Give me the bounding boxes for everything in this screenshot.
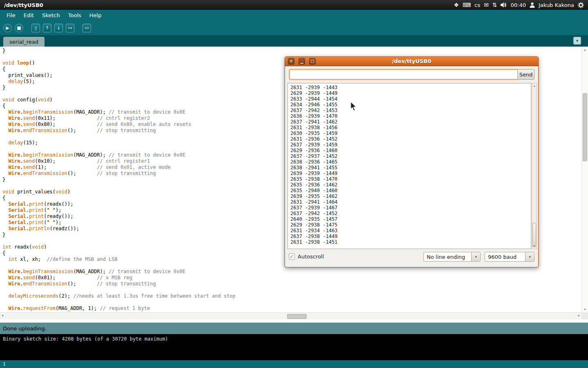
chevron-down-icon[interactable]: ▾ bbox=[471, 252, 480, 261]
stop-button[interactable]: ■ bbox=[15, 24, 23, 32]
clock[interactable]: 00:40 bbox=[510, 2, 526, 8]
menu-item-tools[interactable]: Tools bbox=[64, 11, 85, 20]
upload-button[interactable]: ↦ bbox=[66, 24, 74, 32]
serial-scroll-down-icon[interactable]: ▾ bbox=[532, 245, 537, 248]
menu-item-sketch[interactable]: Sketch bbox=[38, 11, 64, 20]
code-line: } bbox=[2, 48, 581, 54]
save-button[interactable]: ↓ bbox=[54, 24, 63, 32]
scrollbar-corner bbox=[581, 312, 588, 319]
console-output: Binary sketch size: 4208 bytes (of a 307… bbox=[0, 334, 588, 360]
line-indicator-strip: 1 bbox=[0, 360, 588, 368]
tab-label: serial_read bbox=[9, 39, 38, 45]
code-line: Wire.endTransmission(); // stop transmit… bbox=[2, 281, 581, 287]
scroll-up-icon[interactable]: ▴ bbox=[582, 48, 588, 52]
code-line: Wire.requestFrom(MAG_ADDR, 1); // reques… bbox=[2, 305, 581, 312]
console-line: Binary sketch size: 4208 bytes (of a 307… bbox=[3, 336, 168, 342]
menu-item-edit[interactable]: Edit bbox=[20, 11, 38, 20]
code-line: Wire.send(0x01); // x MSB reg bbox=[2, 275, 581, 281]
line-indicator: 1 bbox=[3, 361, 6, 367]
scroll-down-icon[interactable]: ▾ bbox=[582, 307, 588, 311]
line-ending-dropdown[interactable]: No line ending ▾ bbox=[423, 252, 481, 262]
scroll-left-icon[interactable]: ◂ bbox=[2, 314, 3, 317]
user-icon[interactable] bbox=[530, 2, 535, 8]
send-button[interactable]: Send bbox=[517, 69, 535, 80]
maximize-button[interactable]: □ bbox=[309, 58, 316, 65]
focused-window-title: /dev/ttyUSB0 bbox=[4, 2, 43, 8]
editor-hscroll-thumb[interactable] bbox=[287, 314, 307, 319]
code-line bbox=[2, 299, 581, 305]
minimize-icon: ▁ bbox=[300, 59, 303, 63]
keyboard-layout-label[interactable]: cs bbox=[474, 2, 480, 8]
close-icon: × bbox=[290, 59, 293, 63]
system-tray: ❖ ⌨ cs ✉ ⇅ 00:40 Jakub Kakona bbox=[454, 2, 584, 8]
scroll-right-icon[interactable]: ▸ bbox=[578, 314, 580, 317]
menu-item-file[interactable]: File bbox=[2, 11, 20, 20]
code-line bbox=[2, 287, 581, 293]
editor-horizontal-scrollbar[interactable]: ◂ ▸ bbox=[0, 312, 581, 319]
serial-output-text: 2631 -2939 -1443 2629 -2939 -1449 2633 -… bbox=[288, 83, 531, 246]
autoscroll-checkbox[interactable]: ✓ bbox=[289, 254, 295, 260]
serial-monitor-window: × ▁ □ /dev/ttyUSB0 Send 2631 -2939 -1443… bbox=[285, 56, 539, 267]
line-ending-value: No line ending bbox=[424, 254, 471, 260]
user-name[interactable]: Jakub Kakona bbox=[539, 2, 574, 8]
autoscroll-label: Autoscroll bbox=[298, 254, 324, 260]
tab-serial-read[interactable]: serial_read bbox=[3, 37, 45, 47]
open-button[interactable]: ↑ bbox=[43, 24, 51, 32]
serial-output[interactable]: 2631 -2939 -1443 2629 -2939 -1449 2633 -… bbox=[287, 83, 531, 249]
send-button-label: Send bbox=[519, 72, 533, 78]
menu-item-help[interactable]: Help bbox=[85, 11, 106, 20]
volume-icon[interactable] bbox=[501, 2, 507, 8]
minimize-button[interactable]: ▁ bbox=[298, 58, 305, 65]
serial-monitor-button[interactable]: ▭ bbox=[82, 24, 91, 32]
verify-button[interactable]: ▶ bbox=[3, 24, 12, 32]
serial-scroll-up-icon[interactable]: ▴ bbox=[532, 84, 537, 88]
system-top-bar: /dev/ttyUSB0 ❖ ⌨ cs ✉ ⇅ 00:40 Jakub Kako… bbox=[0, 0, 588, 10]
editor-vertical-scrollbar[interactable]: ▴ ▾ bbox=[581, 47, 588, 312]
serial-send-input[interactable] bbox=[289, 69, 519, 80]
maximize-icon: □ bbox=[310, 59, 314, 63]
serial-output-scrollbar[interactable]: ▴ ▾ bbox=[532, 83, 537, 249]
tab-strip: serial_read ▾ bbox=[0, 35, 588, 47]
serial-window-titlebar[interactable]: × ▁ □ /dev/ttyUSB0 bbox=[285, 57, 538, 66]
close-button[interactable]: × bbox=[288, 58, 294, 65]
app-indicator-icon[interactable]: ❖ bbox=[454, 2, 459, 8]
code-line: delayMicroseconds(2); //needs at least 1… bbox=[2, 293, 581, 299]
tab-menu-icon: ▾ bbox=[576, 38, 578, 43]
toolbar: ▶■▯↑↓↦▭ bbox=[0, 20, 588, 35]
arduino-ide-screen: /dev/ttyUSB0 ❖ ⌨ cs ✉ ⇅ 00:40 Jakub Kako… bbox=[0, 0, 588, 368]
status-bar: Done uploading. bbox=[0, 323, 588, 334]
status-message: Done uploading. bbox=[3, 325, 47, 332]
tab-menu-button[interactable]: ▾ bbox=[573, 37, 581, 45]
baud-rate-dropdown[interactable]: 9600 baud ▾ bbox=[485, 252, 535, 262]
serial-scroll-thumb[interactable] bbox=[532, 223, 536, 247]
chevron-down-icon[interactable]: ▾ bbox=[525, 252, 534, 261]
menu-bar: FileEditSketchToolsHelp bbox=[0, 10, 588, 20]
checkmark-icon: ✓ bbox=[290, 254, 294, 260]
editor-vscroll-thumb[interactable] bbox=[583, 93, 587, 161]
keyboard-icon[interactable]: ⌨ bbox=[463, 2, 471, 8]
new-sketch-button[interactable]: ▯ bbox=[31, 24, 40, 32]
serial-window-title: /dev/ttyUSB0 bbox=[285, 57, 538, 66]
code-line: Wire.beginTransmission(MAG_ADDR); // tra… bbox=[2, 269, 581, 275]
mail-icon[interactable]: ✉ bbox=[484, 2, 489, 8]
sync-icon[interactable]: ⇅ bbox=[492, 2, 497, 8]
baud-rate-value: 9600 baud bbox=[485, 254, 525, 260]
gear-icon[interactable] bbox=[578, 2, 584, 8]
window-controls: × ▁ □ bbox=[288, 58, 316, 65]
